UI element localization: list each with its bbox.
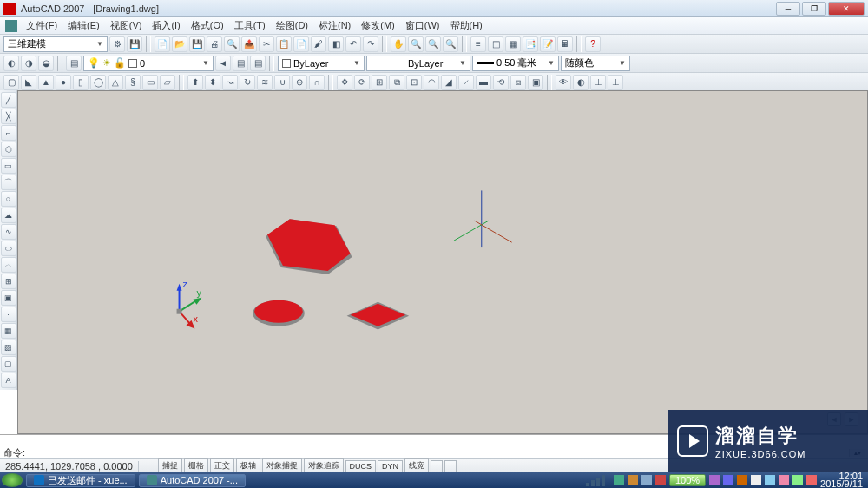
- visual-style-button[interactable]: ◐: [573, 75, 589, 90]
- 3d-move-button[interactable]: ✥: [337, 75, 352, 90]
- taskbar-item-autocad[interactable]: AutoCAD 2007 -...: [139, 474, 246, 487]
- lineweight-control[interactable]: 0.50 毫米 ▼: [472, 56, 559, 71]
- snap-toggle[interactable]: 捕捉: [158, 458, 182, 473]
- thicken-button[interactable]: ▬: [476, 75, 491, 90]
- 3d-orbit-button[interactable]: ◐: [3, 56, 19, 71]
- open-button[interactable]: 📂: [172, 36, 187, 52]
- layer-match-button[interactable]: ▤: [250, 56, 266, 71]
- plotstyle-control[interactable]: 随颜色 ▼: [561, 56, 630, 71]
- zoom-indicator[interactable]: 100%: [669, 474, 706, 486]
- construction-line-tool[interactable]: ╳: [1, 109, 16, 124]
- pyramid-button[interactable]: △: [108, 75, 123, 90]
- ellipse-arc-tool[interactable]: ⌓: [1, 257, 16, 273]
- sheet-set-button[interactable]: 📑: [523, 36, 538, 52]
- union-button[interactable]: ∪: [274, 75, 290, 90]
- menu-modify[interactable]: 修改(M): [356, 17, 400, 34]
- region-tool[interactable]: ▢: [1, 356, 16, 372]
- menu-edit[interactable]: 编辑(E): [62, 17, 105, 34]
- drawing-canvas[interactable]: z y x ◄ ►: [17, 90, 868, 434]
- undo-button[interactable]: ↶: [345, 36, 361, 52]
- coordinates-display[interactable]: 285.4441, 1029.7058 , 0.0000: [0, 461, 139, 472]
- zoom-window-button[interactable]: 🔍: [425, 36, 441, 52]
- zoom-rt-button[interactable]: 🔍: [408, 36, 424, 52]
- rectangle-tool[interactable]: ▭: [1, 158, 16, 174]
- hatch-tool[interactable]: ▦: [1, 323, 16, 339]
- pan-button[interactable]: ✋: [391, 36, 406, 52]
- ucs2-button[interactable]: ⊥: [608, 75, 623, 90]
- tray-icon[interactable]: [806, 475, 817, 485]
- tray-icon[interactable]: [723, 475, 733, 485]
- osnap-toggle[interactable]: 对象捕捉: [262, 458, 302, 473]
- fillet-edge-button[interactable]: ◠: [424, 75, 439, 90]
- linetype-control[interactable]: ByLayer ▼: [366, 56, 470, 71]
- sphere-button[interactable]: ●: [56, 75, 71, 90]
- layer-combo[interactable]: 💡 ☀ 🔓 0 ▼: [83, 56, 214, 71]
- layer-prev-button[interactable]: ◄: [215, 56, 231, 71]
- presspull-button[interactable]: ⬍: [205, 75, 220, 90]
- tray-icon[interactable]: [628, 475, 638, 485]
- point-tool[interactable]: ·: [1, 307, 16, 322]
- lwt-toggle[interactable]: 线宽: [404, 458, 429, 473]
- menu-window[interactable]: 窗口(W): [400, 17, 445, 34]
- volume-icon[interactable]: [751, 475, 761, 485]
- system-clock[interactable]: 12:01 2015/9/11: [820, 472, 863, 488]
- helix-button[interactable]: §: [125, 75, 141, 90]
- ellipse-tool[interactable]: ⬭: [1, 241, 16, 256]
- revcloud-tool[interactable]: ☁: [1, 208, 16, 223]
- tray-icon[interactable]: [709, 475, 720, 485]
- arc-tool[interactable]: ⌒: [1, 175, 16, 190]
- planar-surface-button[interactable]: ▱: [160, 75, 175, 90]
- menu-draw[interactable]: 绘图(D): [271, 17, 313, 34]
- tray-icon[interactable]: [737, 475, 747, 485]
- gradient-tool[interactable]: ▨: [1, 340, 16, 355]
- help-button[interactable]: ?: [585, 36, 601, 52]
- properties-button[interactable]: ≡: [470, 36, 486, 52]
- menu-dimension[interactable]: 标注(N): [313, 17, 356, 34]
- paste-button[interactable]: 📄: [293, 36, 309, 52]
- zoom-prev-button[interactable]: 🔍: [443, 36, 458, 52]
- revolve-button[interactable]: ↻: [240, 75, 255, 90]
- ucs-button[interactable]: ⊥: [590, 75, 606, 90]
- qcalc-button[interactable]: 🖩: [557, 36, 573, 52]
- start-button[interactable]: [2, 473, 23, 487]
- insert-block-tool[interactable]: ⊞: [1, 274, 16, 289]
- tray-icon[interactable]: [655, 475, 666, 485]
- subtract-button[interactable]: ⊖: [292, 75, 307, 90]
- color-control[interactable]: ByLayer ▼: [278, 56, 365, 71]
- save-button[interactable]: 💾: [189, 36, 205, 52]
- otrack-toggle[interactable]: 对象追踪: [304, 458, 344, 473]
- menu-format[interactable]: 格式(O): [186, 17, 229, 34]
- copy-button[interactable]: 📋: [276, 36, 292, 52]
- workspace-save-button[interactable]: 💾: [127, 36, 142, 52]
- markup-button[interactable]: 📝: [540, 36, 556, 52]
- tool-palettes-button[interactable]: ▦: [505, 36, 521, 52]
- tray-icon[interactable]: [641, 475, 652, 485]
- tray-icon[interactable]: [792, 475, 803, 485]
- menu-insert[interactable]: 插入(I): [147, 17, 185, 34]
- model-paper-toggle[interactable]: [431, 460, 443, 472]
- flatshot-button[interactable]: ▣: [528, 75, 543, 90]
- cylinder-button[interactable]: ▯: [73, 75, 89, 90]
- layer-props-button[interactable]: ▤: [66, 56, 82, 71]
- menu-tools[interactable]: 工具(T): [229, 17, 271, 34]
- make-block-tool[interactable]: ▣: [1, 290, 16, 306]
- redo-button[interactable]: ↷: [363, 36, 378, 52]
- circle-tool[interactable]: ○: [1, 191, 16, 207]
- slice-button[interactable]: ⟋: [458, 75, 474, 90]
- line-tool[interactable]: ╱: [1, 92, 16, 108]
- match-props-button[interactable]: 🖌: [311, 36, 326, 52]
- design-center-button[interactable]: ◫: [488, 36, 503, 52]
- box-button[interactable]: ▢: [3, 75, 19, 90]
- dyn-toggle[interactable]: DYN: [378, 460, 403, 472]
- layer-iso-button[interactable]: ▤: [233, 56, 248, 71]
- chamfer-edge-button[interactable]: ◢: [441, 75, 457, 90]
- taskbar-item-outlook[interactable]: 已发送邮件 - xue...: [26, 474, 135, 487]
- status-tray-button[interactable]: [444, 460, 457, 472]
- polyline-tool[interactable]: ⌐: [1, 125, 16, 141]
- new-button[interactable]: 📄: [155, 36, 170, 52]
- intersect-button[interactable]: ∩: [309, 75, 325, 90]
- extrude-button[interactable]: ⬆: [187, 75, 203, 90]
- view-button[interactable]: 👁: [556, 75, 571, 90]
- tray-icon[interactable]: [779, 475, 789, 485]
- wedge-button[interactable]: ◣: [21, 75, 36, 90]
